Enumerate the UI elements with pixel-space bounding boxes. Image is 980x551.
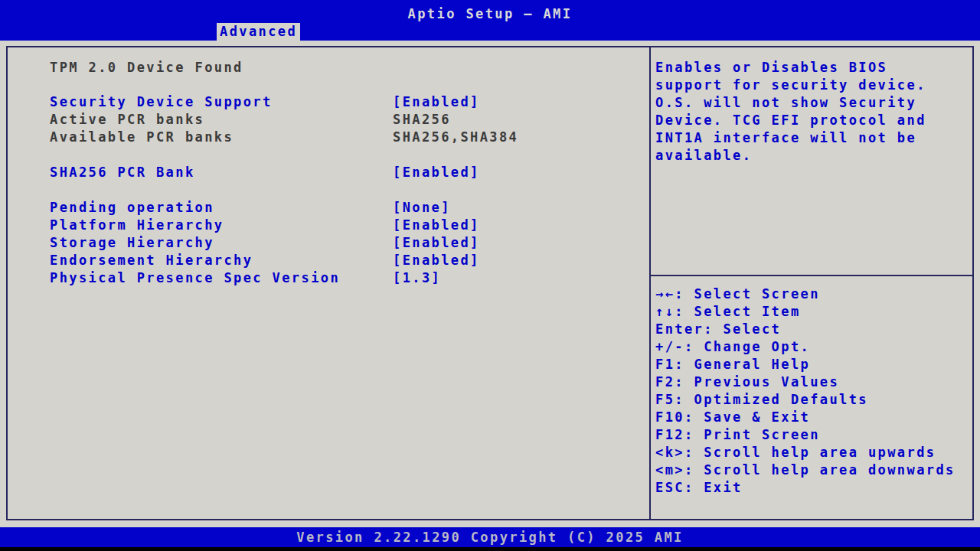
setting-label: Platform Hierarchy bbox=[50, 217, 393, 234]
setting-label: Available PCR banks bbox=[50, 129, 393, 146]
help-description: Enables or Disables BIOS support for sec… bbox=[651, 59, 959, 275]
hotkey-enter-select: Enter: Select bbox=[651, 321, 972, 338]
hotkey-m-scroll-down: <m>: Scroll help area downwards bbox=[651, 461, 972, 479]
setting-value: [Enabled] bbox=[393, 234, 480, 252]
hotkey-esc-exit: ESC: Exit bbox=[651, 479, 972, 497]
panels-frame: TPM 2.0 Device Found Security Device Sup… bbox=[6, 46, 974, 520]
setting-value: [Enabled] bbox=[393, 252, 480, 269]
hotkey-f5-optimized-defaults: F5: Optimized Defaults bbox=[651, 391, 972, 409]
footer-bar: Version 2.22.1290 Copyright (C) 2025 AMI bbox=[0, 527, 980, 547]
hotkey-f10-save-exit: F10: Save & Exit bbox=[651, 409, 972, 426]
setting-label: SHA256 PCR Bank bbox=[50, 164, 393, 181]
version-text: Version 2.22.1290 Copyright (C) 2025 AMI bbox=[296, 530, 683, 545]
tpm-status-text: TPM 2.0 Device Found bbox=[8, 59, 649, 77]
setting-label: Security Device Support bbox=[50, 93, 393, 111]
hotkey-k-scroll-up: <k>: Scroll help area upwards bbox=[651, 444, 972, 461]
setting-label: Endorsement Hierarchy bbox=[50, 252, 393, 269]
setting-row-storage-hierarchy[interactable]: Storage Hierarchy[Enabled] bbox=[8, 234, 649, 252]
setting-value: [Enabled] bbox=[393, 93, 480, 111]
hotkey-select-screen: →←: Select Screen bbox=[651, 285, 972, 303]
hotkey-f12-print-screen: F12: Print Screen bbox=[651, 426, 972, 444]
setting-row-sha256-pcr-bank[interactable]: SHA256 PCR Bank[Enabled] bbox=[8, 164, 649, 181]
settings-list: Security Device Support[Enabled]Active P… bbox=[8, 93, 649, 287]
setting-value: [None] bbox=[393, 199, 451, 217]
setting-value: SHA256 bbox=[393, 111, 451, 129]
settings-panel: TPM 2.0 Device Found Security Device Sup… bbox=[8, 47, 651, 519]
bios-setup-screen: Aptio Setup – AMI Advanced TPM 2.0 Devic… bbox=[0, 0, 980, 547]
setting-value: [Enabled] bbox=[393, 217, 480, 234]
setting-label: Physical Presence Spec Version bbox=[50, 269, 393, 287]
setting-value: SHA256,SHA384 bbox=[393, 129, 518, 146]
setting-label: Active PCR banks bbox=[50, 111, 393, 129]
title-bar: Aptio Setup – AMI Advanced bbox=[0, 0, 980, 41]
help-divider bbox=[651, 275, 972, 276]
hotkey-select-item: ↑↓: Select Item bbox=[651, 303, 972, 321]
setting-label: Pending operation bbox=[50, 199, 393, 217]
main-area: TPM 2.0 Device Found Security Device Sup… bbox=[0, 41, 980, 527]
app-title: Aptio Setup – AMI bbox=[0, 0, 980, 23]
hotkey-legend: →←: Select Screen↑↓: Select ItemEnter: S… bbox=[651, 285, 972, 497]
setting-value: [Enabled] bbox=[393, 164, 480, 181]
setting-row-pending-operation[interactable]: Pending operation[None] bbox=[8, 199, 649, 217]
hotkey-f2-previous-values: F2: Previous Values bbox=[651, 373, 972, 391]
setting-row-physical-presence-spec-version[interactable]: Physical Presence Spec Version[1.3] bbox=[8, 269, 649, 287]
hotkey-change-opt: +/-: Change Opt. bbox=[651, 338, 972, 356]
row-spacer bbox=[8, 146, 649, 164]
tab-advanced[interactable]: Advanced bbox=[217, 23, 300, 41]
row-spacer bbox=[8, 181, 649, 199]
setting-row-available-pcr-banks: Available PCR banksSHA256,SHA384 bbox=[8, 129, 649, 146]
setting-label: Storage Hierarchy bbox=[50, 234, 393, 252]
setting-row-active-pcr-banks: Active PCR banksSHA256 bbox=[8, 111, 649, 129]
setting-row-endorsement-hierarchy[interactable]: Endorsement Hierarchy[Enabled] bbox=[8, 252, 649, 269]
help-panel: Enables or Disables BIOS support for sec… bbox=[651, 47, 972, 519]
setting-row-security-device-support[interactable]: Security Device Support[Enabled] bbox=[8, 93, 649, 111]
hotkey-f1-general-help: F1: General Help bbox=[651, 356, 972, 373]
setting-row-platform-hierarchy[interactable]: Platform Hierarchy[Enabled] bbox=[8, 217, 649, 234]
setting-value: [1.3] bbox=[393, 269, 441, 287]
